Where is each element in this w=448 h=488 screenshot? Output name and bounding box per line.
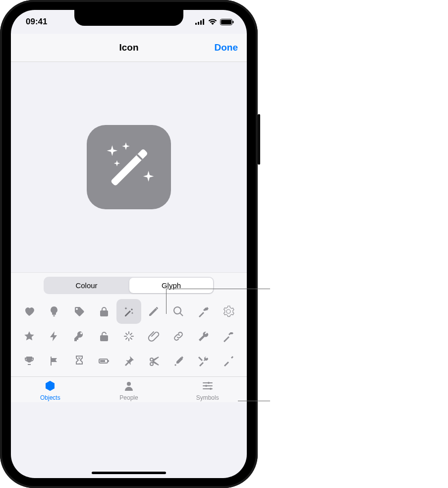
nav-bar: Icon Done [11,34,247,62]
tag-icon[interactable] [66,299,91,324]
hammer-icon[interactable] [216,324,241,349]
key-icon[interactable] [66,324,91,349]
sparkle-icon[interactable] [116,324,141,349]
svg-rect-1 [198,22,199,25]
tab-people[interactable]: People [104,380,154,401]
trophy-icon[interactable] [17,349,42,373]
icon-preview-area [11,62,247,272]
magnifying-glass-icon[interactable] [166,299,191,324]
bolt-icon[interactable] [42,324,66,349]
nav-title: Icon [119,42,138,53]
svg-rect-5 [221,20,231,24]
gear-icon[interactable] [216,299,241,324]
svg-rect-7 [111,148,148,186]
svg-point-15 [210,388,212,390]
tab-objects[interactable]: Objects [25,380,75,401]
wand-icon [99,136,159,198]
svg-point-13 [208,382,210,384]
sliders-icon [201,380,214,393]
tab-symbols[interactable]: Symbols [183,380,232,401]
icon-preview-tile [87,125,171,209]
svg-rect-2 [200,20,202,25]
svg-rect-0 [195,23,197,25]
svg-rect-3 [203,19,204,25]
tab-label: Objects [40,394,60,401]
segment-colour[interactable]: Colour [45,278,128,293]
battery-icon[interactable] [92,349,116,373]
home-indicator[interactable] [92,472,166,474]
battery-icon [220,19,234,25]
screen: 09:41 Icon Done [11,10,247,478]
wand-icon[interactable] [116,299,141,324]
lightbulb-icon[interactable] [42,299,66,324]
phone-frame: 09:41 Icon Done [0,0,258,488]
svg-rect-11 [100,360,105,362]
link-icon[interactable] [166,324,191,349]
tab-bar: Objects People Symbols [11,376,247,402]
wifi-icon [208,19,217,25]
cellular-icon [195,19,205,25]
scissors-icon[interactable] [141,349,166,373]
power-button [258,114,260,165]
paperclip-icon[interactable] [141,324,166,349]
lock-icon[interactable] [92,299,116,324]
eyedropper-icon[interactable] [166,349,191,373]
glyph-grid [17,299,241,373]
svg-rect-10 [108,360,109,362]
cube-icon [44,380,56,393]
screwdriver-icon[interactable] [216,349,241,373]
unlock-icon[interactable] [92,324,116,349]
star-icon[interactable] [17,324,42,349]
segment-glyph[interactable]: Glyph [129,278,213,293]
tab-label: People [119,394,138,401]
done-button[interactable]: Done [215,42,238,53]
hourglass-icon[interactable] [66,349,91,373]
pushpin-icon[interactable] [116,349,141,373]
heart-icon[interactable] [17,299,42,324]
status-time: 09:41 [26,17,47,27]
hammer-angled-icon[interactable] [191,299,216,324]
callout-line [166,289,270,289]
flag-icon[interactable] [42,349,66,373]
pencil-icon[interactable] [141,299,166,324]
segmented-control: Colour Glyph [44,277,214,294]
person-icon [122,380,135,393]
tab-label: Symbols [196,394,219,401]
callout-line [238,401,270,401]
notch [74,10,183,26]
tools-crossed-icon[interactable] [191,349,216,373]
svg-rect-6 [233,21,234,23]
svg-point-12 [127,382,131,386]
segment-label: Colour [75,281,97,290]
wrench-icon[interactable] [191,324,216,349]
svg-point-14 [205,385,207,387]
